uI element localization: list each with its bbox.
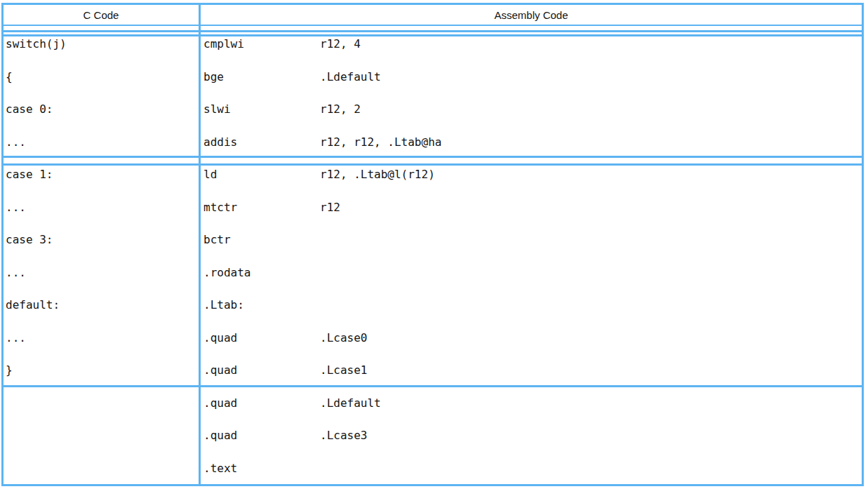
c-code-cell: ... [6,330,26,346]
asm-opcode-cell: mtctr [203,200,237,215]
c-code-cell: ... [6,200,26,215]
asm-operand-cell: .Lcase1 [320,363,367,378]
asm-operand-cell: r12, 2 [320,102,361,117]
asm-opcode-cell: cmplwi [203,36,244,52]
c-code-cell: default: [6,297,60,313]
asm-opcode-cell: slwi [203,102,231,117]
section-divider-1a [1,156,864,158]
asm-operand-cell: r12 [320,200,340,215]
c-code-cell: case 0: [6,102,53,117]
assembly-code-column-header: Assembly Code [201,8,862,22]
asm-opcode-cell: .Ltab: [203,297,244,313]
c-code-cell: ... [6,265,26,281]
c-code-cell: ... [6,135,26,150]
asm-operand-cell: r12, .Ltab@l(r12) [320,167,435,182]
c-code-cell: case 1: [6,167,53,182]
section-divider-2 [1,385,864,387]
code-comparison-table: C Code Assembly Code switch(j)cmplwir12,… [0,0,868,489]
c-code-cell: } [6,363,13,378]
body-top-double-rule-2 [1,34,864,36]
asm-operand-cell: .Ldefault [320,69,381,85]
column-divider [199,3,201,486]
asm-opcode-cell: bctr [203,232,231,248]
asm-operand-cell: .Lcase3 [320,428,367,443]
c-code-cell: { [6,69,13,85]
asm-operand-cell: .Lcase0 [320,330,367,346]
asm-opcode-cell: .quad [203,396,237,411]
asm-opcode-cell: .quad [203,363,237,378]
asm-opcode-cell: .quad [203,330,237,346]
asm-opcode-cell: bge [203,69,224,85]
asm-operand-cell: r12, r12, .Ltab@ha [320,135,441,150]
asm-operand-cell: .Ldefault [320,396,381,411]
asm-operand-cell: r12, 4 [320,36,361,52]
table-outer-border [1,3,864,486]
asm-opcode-cell: .text [203,461,237,476]
asm-opcode-cell: .quad [203,428,237,443]
asm-opcode-cell: ld [203,167,217,182]
header-bottom-rule [1,25,864,26]
c-code-column-header: C Code [4,8,199,22]
section-divider-1b [1,163,864,166]
asm-opcode-cell: .rodata [203,265,251,281]
c-code-cell: case 3: [6,232,53,248]
c-code-cell: switch(j) [6,36,67,52]
asm-opcode-cell: addis [203,135,237,150]
body-top-double-rule-1 [1,30,864,32]
